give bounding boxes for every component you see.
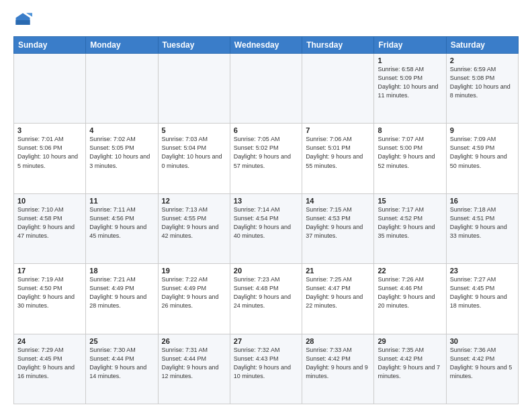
- svg-rect-3: [16, 20, 30, 25]
- weekday-header-saturday: Saturday: [446, 37, 518, 54]
- day-number: 1: [378, 56, 442, 64]
- day-number: 21: [306, 267, 370, 275]
- day-info: Sunrise: 7:27 AM Sunset: 4:45 PM Dayligh…: [450, 275, 515, 310]
- day-number: 10: [17, 197, 82, 205]
- day-cell: 11Sunrise: 7:11 AM Sunset: 4:56 PM Dayli…: [86, 193, 158, 263]
- day-number: 20: [234, 267, 298, 275]
- day-cell: [86, 54, 158, 124]
- day-info: Sunrise: 7:31 AM Sunset: 4:44 PM Dayligh…: [162, 346, 226, 381]
- day-info: Sunrise: 7:18 AM Sunset: 4:51 PM Dayligh…: [450, 205, 515, 240]
- day-cell: 27Sunrise: 7:32 AM Sunset: 4:43 PM Dayli…: [230, 334, 302, 404]
- day-info: Sunrise: 6:59 AM Sunset: 5:08 PM Dayligh…: [450, 65, 515, 100]
- day-info: Sunrise: 7:26 AM Sunset: 4:46 PM Dayligh…: [378, 275, 442, 310]
- day-cell: 1Sunrise: 6:58 AM Sunset: 5:09 PM Daylig…: [374, 54, 446, 124]
- day-cell: 29Sunrise: 7:35 AM Sunset: 4:42 PM Dayli…: [374, 334, 446, 404]
- day-number: 25: [89, 337, 154, 345]
- week-row-3: 17Sunrise: 7:19 AM Sunset: 4:50 PM Dayli…: [14, 264, 519, 334]
- day-cell: 3Sunrise: 7:01 AM Sunset: 5:06 PM Daylig…: [14, 124, 86, 193]
- weekday-header-monday: Monday: [86, 37, 158, 54]
- day-info: Sunrise: 7:36 AM Sunset: 4:42 PM Dayligh…: [450, 346, 515, 381]
- day-number: 22: [378, 267, 442, 275]
- day-cell: 21Sunrise: 7:25 AM Sunset: 4:47 PM Dayli…: [302, 264, 374, 334]
- day-number: 9: [450, 126, 515, 134]
- day-cell: [158, 54, 230, 124]
- calendar-body: 1Sunrise: 6:58 AM Sunset: 5:09 PM Daylig…: [14, 54, 519, 404]
- day-cell: 26Sunrise: 7:31 AM Sunset: 4:44 PM Dayli…: [158, 334, 230, 404]
- day-number: 30: [450, 337, 515, 345]
- day-number: 27: [234, 337, 298, 345]
- day-number: 12: [162, 197, 226, 205]
- day-info: Sunrise: 7:07 AM Sunset: 5:00 PM Dayligh…: [378, 135, 442, 170]
- day-info: Sunrise: 7:29 AM Sunset: 4:45 PM Dayligh…: [17, 346, 82, 381]
- day-cell: 20Sunrise: 7:23 AM Sunset: 4:48 PM Dayli…: [230, 264, 302, 334]
- day-info: Sunrise: 7:09 AM Sunset: 4:59 PM Dayligh…: [450, 135, 515, 170]
- logo-icon: [13, 11, 32, 30]
- day-number: 29: [378, 337, 442, 345]
- day-cell: [302, 54, 374, 124]
- day-info: Sunrise: 7:19 AM Sunset: 4:50 PM Dayligh…: [17, 275, 82, 310]
- day-info: Sunrise: 7:11 AM Sunset: 4:56 PM Dayligh…: [89, 205, 154, 240]
- week-row-0: 1Sunrise: 6:58 AM Sunset: 5:09 PM Daylig…: [14, 54, 519, 124]
- day-cell: 12Sunrise: 7:13 AM Sunset: 4:55 PM Dayli…: [158, 193, 230, 263]
- week-row-4: 24Sunrise: 7:29 AM Sunset: 4:45 PM Dayli…: [14, 334, 519, 404]
- day-info: Sunrise: 7:32 AM Sunset: 4:43 PM Dayligh…: [234, 346, 298, 381]
- day-cell: [14, 54, 86, 124]
- day-info: Sunrise: 7:17 AM Sunset: 4:52 PM Dayligh…: [378, 205, 442, 240]
- day-info: Sunrise: 7:13 AM Sunset: 4:55 PM Dayligh…: [162, 205, 226, 240]
- calendar-table: SundayMondayTuesdayWednesdayThursdayFrid…: [13, 36, 519, 404]
- day-number: 2: [450, 56, 515, 64]
- day-cell: 2Sunrise: 6:59 AM Sunset: 5:08 PM Daylig…: [446, 54, 518, 124]
- day-cell: 19Sunrise: 7:22 AM Sunset: 4:49 PM Dayli…: [158, 264, 230, 334]
- day-cell: 25Sunrise: 7:30 AM Sunset: 4:44 PM Dayli…: [86, 334, 158, 404]
- day-number: 11: [89, 197, 154, 205]
- day-number: 17: [17, 267, 82, 275]
- day-cell: 10Sunrise: 7:10 AM Sunset: 4:58 PM Dayli…: [14, 193, 86, 263]
- page: SundayMondayTuesdayWednesdayThursdayFrid…: [0, 0, 532, 411]
- weekday-row: SundayMondayTuesdayWednesdayThursdayFrid…: [14, 37, 519, 54]
- day-number: 24: [17, 337, 82, 345]
- weekday-header-friday: Friday: [374, 37, 446, 54]
- day-cell: 18Sunrise: 7:21 AM Sunset: 4:49 PM Dayli…: [86, 264, 158, 334]
- day-number: 26: [162, 337, 226, 345]
- day-cell: [230, 54, 302, 124]
- day-number: 15: [378, 197, 442, 205]
- day-number: 14: [306, 197, 370, 205]
- day-cell: 8Sunrise: 7:07 AM Sunset: 5:00 PM Daylig…: [374, 124, 446, 193]
- logo: [13, 11, 35, 30]
- day-info: Sunrise: 7:14 AM Sunset: 4:54 PM Dayligh…: [234, 205, 298, 240]
- day-cell: 9Sunrise: 7:09 AM Sunset: 4:59 PM Daylig…: [446, 124, 518, 193]
- day-cell: 30Sunrise: 7:36 AM Sunset: 4:42 PM Dayli…: [446, 334, 518, 404]
- header: [13, 11, 519, 30]
- day-number: 19: [162, 267, 226, 275]
- weekday-header-wednesday: Wednesday: [230, 37, 302, 54]
- day-cell: 6Sunrise: 7:05 AM Sunset: 5:02 PM Daylig…: [230, 124, 302, 193]
- day-info: Sunrise: 7:06 AM Sunset: 5:01 PM Dayligh…: [306, 135, 370, 170]
- day-info: Sunrise: 7:30 AM Sunset: 4:44 PM Dayligh…: [89, 346, 154, 381]
- day-info: Sunrise: 6:58 AM Sunset: 5:09 PM Dayligh…: [378, 65, 442, 100]
- day-info: Sunrise: 7:05 AM Sunset: 5:02 PM Dayligh…: [234, 135, 298, 170]
- day-number: 4: [89, 126, 154, 134]
- day-cell: 13Sunrise: 7:14 AM Sunset: 4:54 PM Dayli…: [230, 193, 302, 263]
- day-cell: 17Sunrise: 7:19 AM Sunset: 4:50 PM Dayli…: [14, 264, 86, 334]
- day-cell: 14Sunrise: 7:15 AM Sunset: 4:53 PM Dayli…: [302, 193, 374, 263]
- day-number: 28: [306, 337, 370, 345]
- day-info: Sunrise: 7:10 AM Sunset: 4:58 PM Dayligh…: [17, 205, 82, 240]
- day-number: 18: [89, 267, 154, 275]
- day-cell: 7Sunrise: 7:06 AM Sunset: 5:01 PM Daylig…: [302, 124, 374, 193]
- day-number: 7: [306, 126, 370, 134]
- day-info: Sunrise: 7:25 AM Sunset: 4:47 PM Dayligh…: [306, 275, 370, 310]
- day-number: 8: [378, 126, 442, 134]
- calendar-header: SundayMondayTuesdayWednesdayThursdayFrid…: [14, 37, 519, 54]
- day-number: 13: [234, 197, 298, 205]
- week-row-1: 3Sunrise: 7:01 AM Sunset: 5:06 PM Daylig…: [14, 124, 519, 193]
- day-info: Sunrise: 7:35 AM Sunset: 4:42 PM Dayligh…: [378, 346, 442, 381]
- week-row-2: 10Sunrise: 7:10 AM Sunset: 4:58 PM Dayli…: [14, 193, 519, 263]
- day-info: Sunrise: 7:03 AM Sunset: 5:04 PM Dayligh…: [162, 135, 226, 170]
- day-cell: 4Sunrise: 7:02 AM Sunset: 5:05 PM Daylig…: [86, 124, 158, 193]
- day-info: Sunrise: 7:23 AM Sunset: 4:48 PM Dayligh…: [234, 275, 298, 310]
- day-cell: 23Sunrise: 7:27 AM Sunset: 4:45 PM Dayli…: [446, 264, 518, 334]
- day-number: 6: [234, 126, 298, 134]
- day-cell: 5Sunrise: 7:03 AM Sunset: 5:04 PM Daylig…: [158, 124, 230, 193]
- day-cell: 15Sunrise: 7:17 AM Sunset: 4:52 PM Dayli…: [374, 193, 446, 263]
- day-cell: 16Sunrise: 7:18 AM Sunset: 4:51 PM Dayli…: [446, 193, 518, 263]
